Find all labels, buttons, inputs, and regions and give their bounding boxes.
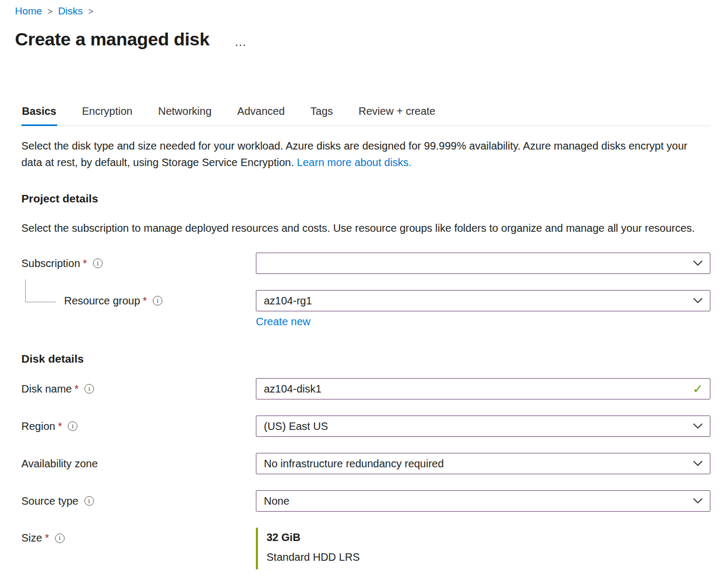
tab-tags[interactable]: Tags <box>310 105 333 126</box>
breadcrumb-link-home[interactable]: Home <box>15 5 42 17</box>
disk-name-row: Disk name * i ✓ <box>21 378 710 399</box>
create-managed-disk-page: Home > Disks > Create a managed disk ...… <box>0 0 720 569</box>
tab-networking[interactable]: Networking <box>158 105 212 126</box>
tab-advanced[interactable]: Advanced <box>237 105 285 126</box>
disk-name-field-wrap: ✓ <box>256 378 710 399</box>
required-marker: * <box>83 257 87 270</box>
region-dropdown[interactable]: (US) East US <box>256 415 710 437</box>
resource-group-label: Resource group <box>64 295 140 307</box>
resource-group-value: az104-rg1 <box>264 295 312 307</box>
info-icon[interactable]: i <box>84 384 94 394</box>
size-summary[interactable]: 32 GiB Standard HDD LRS <box>256 528 710 569</box>
tab-basics[interactable]: Basics <box>21 105 57 126</box>
valid-check-icon: ✓ <box>693 383 703 395</box>
intro-text: Select the disk type and size needed for… <box>21 138 710 171</box>
availability-zone-row: Availability zone No infrastructure redu… <box>21 453 710 474</box>
disk-details-heading: Disk details <box>21 352 710 365</box>
size-label: Size <box>21 532 42 544</box>
learn-more-link[interactable]: Learn more about disks. <box>297 156 412 168</box>
indent-connector <box>25 279 56 302</box>
create-new-link[interactable]: Create new <box>256 316 310 328</box>
disk-name-label: Disk name <box>21 383 72 395</box>
more-menu-icon[interactable]: ... <box>235 34 246 45</box>
region-label: Region <box>21 420 55 433</box>
disk-name-label-cell: Disk name * i <box>21 383 256 395</box>
required-marker: * <box>74 383 79 395</box>
info-icon[interactable]: i <box>68 421 77 431</box>
page-title: Create a managed disk <box>15 29 209 50</box>
create-new-row: Create new <box>256 311 710 336</box>
subscription-label: Subscription <box>21 257 80 270</box>
project-details-description: Select the subscription to manage deploy… <box>21 220 710 237</box>
info-icon[interactable]: i <box>84 496 94 506</box>
disk-name-input[interactable] <box>264 379 693 399</box>
size-label-cell: Size * i <box>21 532 256 544</box>
source-type-row: Source type i None <box>21 490 710 512</box>
breadcrumb-link-disks[interactable]: Disks <box>58 5 83 17</box>
chevron-down-icon <box>693 260 703 266</box>
breadcrumb-separator-icon: > <box>88 6 93 17</box>
subscription-dropdown[interactable] <box>256 253 710 274</box>
project-details-heading: Project details <box>21 192 710 205</box>
region-label-cell: Region * i <box>21 420 256 433</box>
region-row: Region * i (US) East US <box>21 415 710 437</box>
title-row: Create a managed disk ... <box>15 29 710 50</box>
tab-strip: Basics Encryption Networking Advanced Ta… <box>21 105 710 126</box>
size-row: Size * i 32 GiB Standard HDD LRS <box>21 528 710 569</box>
required-marker: * <box>143 295 147 307</box>
availability-zone-dropdown[interactable]: No infrastructure redundancy required <box>256 453 710 474</box>
basics-tab-content: Select the disk type and size needed for… <box>21 138 710 569</box>
tab-encryption[interactable]: Encryption <box>82 105 134 126</box>
project-details-form: Subscription * i Resource group * i <box>21 253 710 336</box>
resource-group-dropdown[interactable]: az104-rg1 <box>256 290 710 311</box>
source-type-label-cell: Source type i <box>21 495 256 507</box>
breadcrumb: Home > Disks > <box>15 5 710 17</box>
size-sku: Standard HDD LRS <box>267 551 710 563</box>
info-icon[interactable]: i <box>153 296 162 305</box>
availability-zone-value: No infrastructure redundancy required <box>264 458 444 470</box>
chevron-down-icon <box>693 297 703 304</box>
chevron-down-icon <box>693 460 703 467</box>
subscription-row: Subscription * i <box>21 253 710 274</box>
source-type-value: None <box>264 495 289 507</box>
chevron-down-icon <box>693 423 703 429</box>
availability-zone-label: Availability zone <box>21 458 98 470</box>
required-marker: * <box>45 532 49 544</box>
chevron-down-icon <box>693 498 703 504</box>
source-type-dropdown[interactable]: None <box>256 490 710 512</box>
info-icon[interactable]: i <box>55 534 65 543</box>
tab-review-create[interactable]: Review + create <box>358 105 436 126</box>
breadcrumb-separator-icon: > <box>48 6 53 17</box>
info-icon[interactable]: i <box>93 258 103 268</box>
source-type-label: Source type <box>21 495 79 507</box>
resource-group-row: Resource group * i az104-rg1 <box>21 290 710 311</box>
resource-group-label-cell: Resource group * i <box>21 295 256 307</box>
region-value: (US) East US <box>264 420 328 433</box>
size-value: 32 GiB <box>267 531 710 544</box>
subscription-label-cell: Subscription * i <box>21 257 256 270</box>
availability-zone-label-cell: Availability zone <box>21 458 256 470</box>
disk-details-form: Disk name * i ✓ Region * i (US) East US <box>21 378 710 569</box>
required-marker: * <box>58 420 62 433</box>
